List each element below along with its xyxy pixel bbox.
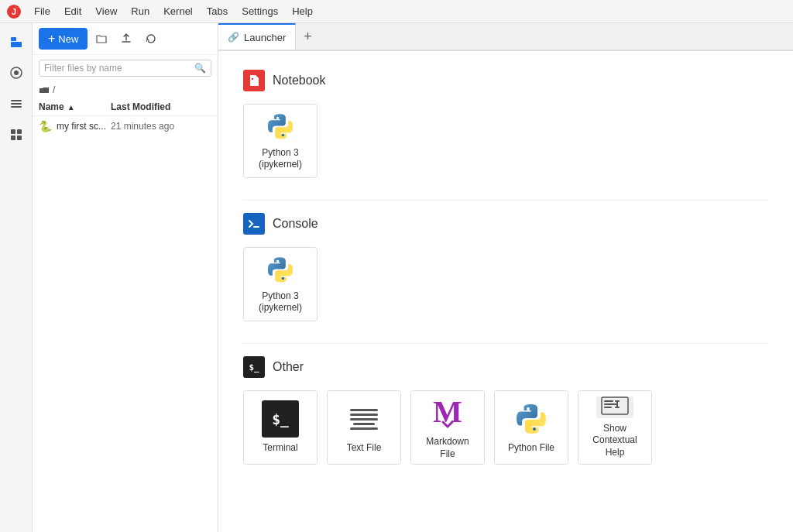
file-modified: 21 minutes ago (111, 121, 211, 132)
svg-rect-22 (604, 400, 613, 402)
svg-point-5 (14, 70, 19, 75)
svg-point-14 (276, 117, 279, 119)
svg-point-17 (282, 277, 284, 280)
svg-rect-9 (11, 129, 15, 134)
file-row[interactable]: 🐍 my first sc... 21 minutes ago (33, 116, 218, 136)
console-section-header: Console (243, 213, 768, 235)
contextual-help-icon (596, 396, 633, 418)
pythonfile-label: Python File (508, 442, 554, 455)
console-cards: Python 3(ipykernel) (243, 247, 768, 321)
help-icon-svg (601, 396, 629, 418)
contextual-help-label: ShowContextual Help (585, 423, 645, 459)
svg-rect-11 (11, 136, 15, 140)
svg-rect-7 (11, 103, 22, 105)
upload-button[interactable] (115, 28, 137, 50)
breadcrumb: / (33, 81, 218, 98)
svg-text:J: J (12, 7, 16, 16)
textfile-card[interactable]: Text File (327, 390, 401, 465)
file-list-header: Name ▲ Last Modified (33, 98, 218, 116)
search-icon: 🔍 (194, 63, 206, 74)
svg-rect-26 (615, 400, 620, 402)
tab-launcher-label: Launcher (244, 32, 286, 43)
svg-point-19 (527, 407, 530, 410)
notebook-section-label: Notebook (273, 74, 326, 88)
terminal-label: Terminal (263, 442, 297, 455)
search-input[interactable] (44, 63, 194, 74)
python3-notebook-card[interactable]: Python 3(ipykernel) (243, 104, 318, 178)
terminal-icon: $_ (262, 400, 299, 438)
svg-point-16 (276, 260, 279, 263)
add-tab-button[interactable]: + (296, 23, 320, 50)
name-column-header[interactable]: Name ▲ (39, 101, 111, 112)
menu-help[interactable]: Help (286, 4, 319, 19)
text-line-4 (353, 423, 375, 425)
menu-tabs[interactable]: Tabs (201, 4, 234, 19)
svg-rect-3 (11, 42, 22, 47)
sidebar-files-btn[interactable] (4, 29, 29, 54)
icon-sidebar (0, 23, 33, 532)
menu-edit[interactable]: Edit (58, 4, 88, 19)
svg-point-15 (282, 134, 284, 136)
svg-rect-24 (604, 407, 612, 408)
python-console-icon (262, 254, 299, 286)
other-section-header: $_ Other (243, 356, 768, 378)
launcher: Notebook (218, 51, 793, 532)
contextual-help-card[interactable]: ShowContextual Help (578, 390, 652, 465)
terminal-card[interactable]: $_ Terminal (243, 390, 318, 465)
svg-rect-6 (11, 100, 22, 101)
launcher-tab[interactable]: 🔗 Launcher (218, 23, 296, 50)
svg-rect-12 (17, 136, 22, 140)
console-section-label: Console (273, 217, 318, 231)
textfile-icon (345, 400, 383, 438)
menu-run[interactable]: Run (125, 4, 156, 19)
svg-text:M: M (433, 394, 462, 429)
other-icon-text: $_ (249, 362, 259, 372)
text-line-5 (350, 427, 378, 430)
text-line-2 (350, 414, 378, 416)
menu-settings[interactable]: Settings (235, 4, 284, 19)
menu-bar: J File Edit View Run Kernel Tabs Setting… (0, 0, 793, 23)
menu-file[interactable]: File (28, 4, 57, 19)
sidebar-commands-btn[interactable] (4, 91, 29, 116)
text-line-1 (350, 409, 378, 411)
file-list: 🐍 my first sc... 21 minutes ago (33, 116, 218, 532)
text-line-3 (350, 418, 378, 420)
new-folder-button[interactable] (91, 28, 112, 50)
svg-rect-21 (602, 397, 628, 414)
divider-1 (243, 200, 768, 201)
pythonfile-card[interactable]: Python File (494, 390, 568, 465)
file-name: my first sc... (57, 121, 111, 132)
python3-notebook-label: Python 3(ipykernel) (259, 147, 302, 171)
other-cards: $_ Terminal Text File (243, 390, 768, 465)
svg-rect-27 (615, 407, 620, 408)
python-notebook-icon (262, 111, 299, 142)
search-box[interactable]: 🔍 (39, 60, 211, 77)
pythonfile-icon (513, 400, 550, 438)
file-panel: + + New New (33, 23, 218, 532)
python3-console-card[interactable]: Python 3(ipykernel) (243, 247, 318, 321)
new-button[interactable]: + + New New (39, 28, 88, 50)
svg-rect-13 (252, 78, 253, 80)
svg-rect-8 (11, 106, 22, 108)
modified-column-header[interactable]: Last Modified (111, 101, 211, 112)
markdown-label: Markdown File (417, 436, 478, 460)
menu-kernel[interactable]: Kernel (157, 4, 199, 19)
markdown-icon: M (429, 394, 466, 431)
svg-rect-23 (604, 403, 616, 405)
textfile-label: Text File (347, 442, 382, 455)
file-python-icon: 🐍 (39, 120, 52, 132)
menu-view[interactable]: View (89, 4, 123, 19)
file-panel-toolbar: + + New New (33, 23, 218, 55)
sidebar-running-btn[interactable] (4, 60, 29, 85)
app-logo: J (6, 4, 22, 19)
console-section-icon (243, 213, 265, 235)
notebook-section-icon (243, 70, 265, 91)
sidebar-extensions-btn[interactable] (4, 122, 29, 147)
refresh-button[interactable] (140, 28, 162, 50)
svg-rect-2 (11, 37, 16, 41)
other-section-icon: $_ (243, 356, 265, 378)
markdown-icon-svg: M (429, 394, 466, 431)
markdown-card[interactable]: M Markdown File (410, 390, 485, 465)
console-icon-svg (248, 218, 260, 230)
content-area: 🔗 Launcher + Notebook (218, 23, 793, 532)
